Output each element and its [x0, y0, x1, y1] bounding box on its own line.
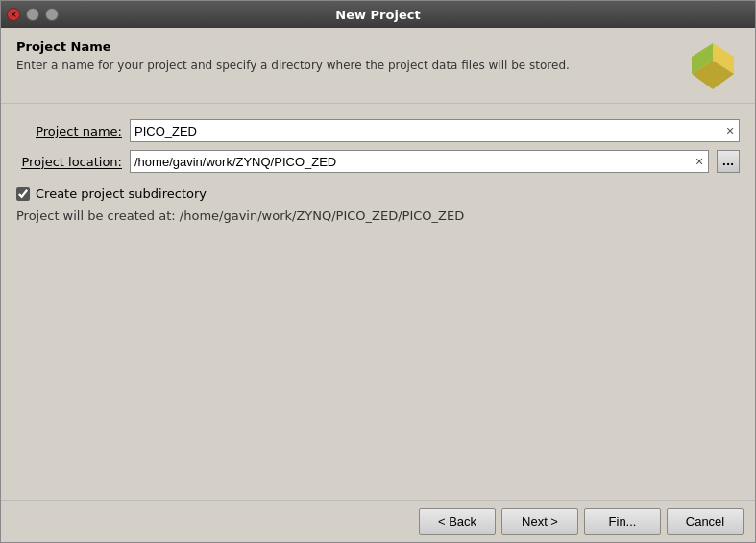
create-subdirectory-label: Create project subdirectory — [36, 186, 207, 201]
main-window: × New Project Project Name Enter a name … — [0, 0, 756, 543]
browse-button[interactable]: ... — [717, 150, 740, 173]
create-subdirectory-row: Create project subdirectory — [1, 183, 755, 205]
project-name-clear-button[interactable]: ✕ — [721, 122, 739, 139]
finish-button[interactable]: Fin... — [584, 508, 661, 535]
project-name-input[interactable] — [131, 120, 721, 141]
project-name-input-wrapper: ✕ — [130, 119, 740, 142]
back-button[interactable]: < Back — [419, 508, 496, 535]
next-button[interactable]: Next > — [501, 508, 578, 535]
footer: < Back Next > Fin... Cancel — [1, 500, 755, 542]
project-location-input-wrapper: ✕ — [130, 150, 709, 173]
project-location-clear-button[interactable]: ✕ — [691, 153, 708, 170]
title-bar: × New Project — [1, 1, 755, 28]
project-name-label: Project name: — [16, 124, 122, 138]
dialog-content: Project Name Enter a name for your proje… — [1, 28, 755, 542]
window-title: New Project — [7, 8, 749, 22]
header-text: Project Name Enter a name for your proje… — [16, 39, 676, 74]
main-area — [1, 231, 755, 500]
header-description: Enter a name for your project and specif… — [16, 58, 676, 74]
cancel-button[interactable]: Cancel — [667, 508, 744, 535]
project-location-label: Project location: — [16, 155, 122, 169]
page-title: Project Name — [16, 39, 676, 54]
project-location-input[interactable] — [131, 151, 691, 172]
logo — [686, 39, 740, 93]
project-name-row: Project name: ✕ — [16, 119, 740, 142]
project-path-info: Project will be created at: /home/gavin/… — [1, 205, 755, 231]
header-section: Project Name Enter a name for your proje… — [1, 28, 755, 104]
create-subdirectory-checkbox[interactable] — [16, 187, 30, 201]
footer-buttons: < Back Next > Fin... Cancel — [419, 508, 744, 535]
form-section: Project name: ✕ Project location: ✕ ... — [1, 104, 755, 183]
project-location-row: Project location: ✕ ... — [16, 150, 740, 173]
